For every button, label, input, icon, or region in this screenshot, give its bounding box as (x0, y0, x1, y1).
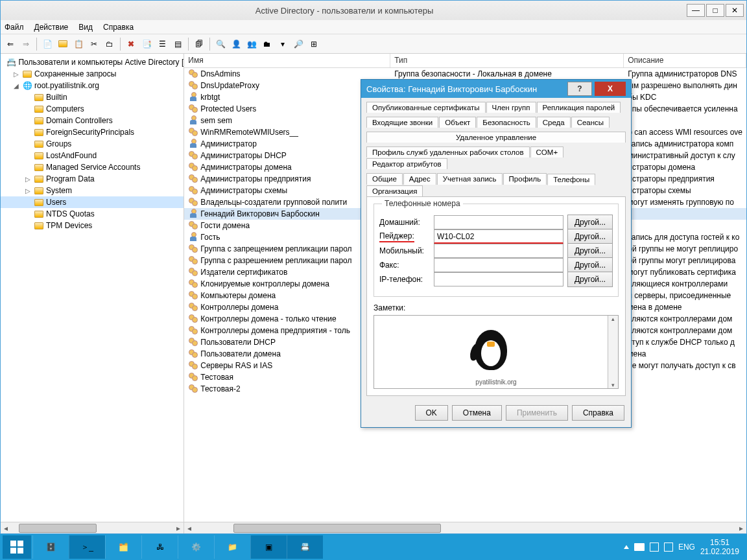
minimize-button[interactable]: — (687, 4, 705, 17)
list-icon[interactable]: ☰ (155, 37, 169, 51)
tree-node[interactable]: ▷Program Data (1, 173, 184, 185)
menu-action[interactable]: Действие (34, 23, 69, 32)
tab-com[interactable]: COM+ (530, 146, 564, 158)
task-server-manager[interactable]: 🗄️ (32, 535, 69, 559)
dialog-title-bar[interactable]: Свойства: Геннадий Викторович Барбоскин … (361, 80, 631, 98)
tab-phones[interactable]: Телефоны (547, 174, 595, 185)
action-center-icon[interactable] (634, 543, 645, 551)
input-ip[interactable] (434, 272, 563, 286)
tab-remote[interactable]: Удаленное управление (366, 132, 626, 143)
apply-button[interactable]: Применить (506, 405, 568, 421)
filter-icon[interactable]: ▾ (276, 37, 290, 51)
tab-object[interactable]: Объект (439, 117, 476, 128)
tree-node[interactable]: Groups (1, 138, 184, 150)
notes-box[interactable]: pyatilistnik.org ▴▾ (374, 315, 619, 389)
tab-member[interactable]: Член групп (486, 102, 536, 113)
new-query-icon[interactable]: 📑 (139, 37, 154, 51)
lang-indicator[interactable]: ENG (678, 542, 695, 552)
menu-help[interactable]: Справка (103, 23, 134, 32)
task-folder[interactable]: 📁 (214, 535, 250, 559)
tab-replication[interactable]: Репликация паролей (537, 102, 621, 113)
input-fax[interactable] (434, 258, 563, 272)
tree-node[interactable]: Domain Controllers (1, 115, 184, 126)
detail-icon[interactable]: ▤ (171, 37, 185, 51)
tree-button[interactable] (56, 37, 70, 51)
new-ou-icon[interactable]: 🖿 (260, 37, 274, 51)
delete-icon[interactable]: ✖ (124, 37, 138, 51)
network-icon[interactable] (650, 542, 659, 552)
btn-mobile-other[interactable]: Другой... (567, 243, 613, 259)
expand-icon[interactable]: ⊞ (307, 37, 321, 51)
tree-node[interactable]: ForeignSecurityPrincipals (1, 126, 184, 138)
close-button[interactable]: ✕ (726, 4, 744, 17)
col-type[interactable]: Тип (390, 54, 624, 67)
start-button[interactable] (3, 535, 31, 559)
tab-dialin[interactable]: Входящие звонки (366, 117, 438, 128)
list-scrollbar[interactable]: ◂ ▸ (184, 522, 746, 533)
task-services[interactable]: ⚙️ (178, 535, 214, 559)
notes-scrollbar[interactable]: ▴▾ (608, 316, 618, 388)
new-group-icon[interactable]: 👥 (244, 37, 259, 51)
speaker-icon[interactable] (664, 542, 673, 552)
btn-home-other[interactable]: Другой... (567, 215, 613, 230)
forward-button[interactable]: ⇒ (19, 37, 33, 51)
col-name[interactable]: Имя (184, 54, 390, 67)
tab-rds[interactable]: Профиль служб удаленных рабочих столов (366, 146, 530, 158)
input-mobile[interactable] (434, 244, 563, 258)
back-button[interactable]: ⇐ (3, 37, 18, 51)
tree-domain[interactable]: ◢ 🌐 root.pyatilistnik.org (1, 80, 184, 91)
btn-fax-other[interactable]: Другой... (567, 257, 613, 273)
task-powershell[interactable]: ＞_ (69, 535, 105, 559)
tab-address[interactable]: Адрес (403, 173, 436, 185)
menu-view[interactable]: Вид (78, 23, 93, 32)
tab-account[interactable]: Учетная запись (437, 173, 503, 185)
list-item[interactable]: DnsAdminsГруппа безопасности - Локальная… (184, 68, 746, 80)
tree-node[interactable]: Builtin (1, 91, 184, 103)
maximize-button[interactable]: □ (706, 4, 724, 17)
new-container-icon[interactable]: 🗀 (102, 37, 117, 51)
tree-node[interactable]: Computers (1, 103, 184, 115)
tab-cert[interactable]: Опубликованные сертификаты (366, 102, 486, 113)
tree-node[interactable]: ▷System (1, 185, 184, 196)
help-button[interactable]: Справка (572, 405, 624, 421)
up-button[interactable]: 📄 (40, 37, 54, 51)
cut-icon[interactable]: ✂ (87, 37, 101, 51)
task-dns[interactable]: 🖧 (141, 535, 178, 559)
ok-button[interactable]: OK (415, 405, 448, 421)
properties-button[interactable]: 📋 (71, 37, 86, 51)
tree-scrollbar[interactable]: ◂ ▸ (1, 522, 184, 533)
find-icon[interactable]: 🔍 (213, 37, 228, 51)
tree-node[interactable]: TPM Devices (1, 220, 184, 231)
tab-security[interactable]: Безопасность (477, 117, 536, 128)
col-desc[interactable]: Описание (624, 54, 746, 67)
tray-overflow-icon[interactable] (624, 545, 629, 549)
tab-sessions[interactable]: Сеансы (571, 117, 610, 128)
tab-profile[interactable]: Профиль (503, 173, 547, 185)
tree-pane[interactable]: 📇 Пользователи и компьютеры Active Direc… (1, 54, 184, 533)
search-column-icon[interactable]: 🔎 (291, 37, 305, 51)
task-explorer[interactable]: 🗂️ (105, 535, 141, 559)
task-aduc[interactable]: 📇 (287, 535, 323, 559)
dialog-help-button[interactable]: ? (567, 82, 592, 96)
tab-env[interactable]: Среда (537, 117, 571, 128)
clock[interactable]: 15:51 21.02.2019 (700, 538, 739, 556)
task-ps-ise[interactable]: ▣ (250, 535, 287, 559)
menu-file[interactable]: Файл (5, 23, 24, 32)
btn-ip-other[interactable]: Другой... (567, 272, 613, 287)
tree-root[interactable]: 📇 Пользователи и компьютеры Active Direc… (1, 56, 184, 68)
input-pager[interactable] (434, 229, 563, 244)
tree-node[interactable]: Users (1, 196, 184, 208)
btn-pager-other[interactable]: Другой... (567, 229, 613, 244)
tree-node[interactable]: LostAndFound (1, 150, 184, 161)
tree-saved-queries[interactable]: ▷ Сохраненные запросы (1, 68, 184, 80)
dialog-close-button[interactable]: X (595, 82, 626, 96)
tab-general[interactable]: Общие (366, 173, 403, 185)
tree-node[interactable]: NTDS Quotas (1, 208, 184, 220)
refresh-icon[interactable]: 🗐 (192, 37, 206, 51)
tab-attr[interactable]: Редактор атрибутов (366, 158, 447, 169)
tree-node[interactable]: Managed Service Accounts (1, 161, 184, 173)
cancel-button[interactable]: Отмена (452, 405, 502, 421)
input-home[interactable] (434, 215, 563, 229)
new-user-icon[interactable]: 👤 (229, 37, 243, 51)
tab-org[interactable]: Организация (366, 185, 423, 196)
